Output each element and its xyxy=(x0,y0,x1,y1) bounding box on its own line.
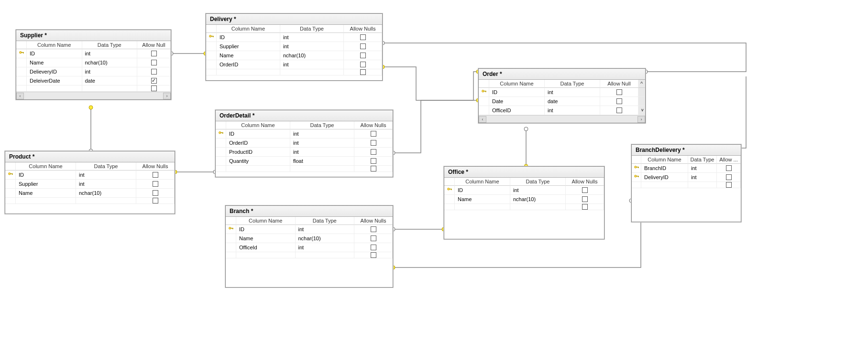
table-title: Supplier * xyxy=(16,30,171,41)
svg-rect-29 xyxy=(222,132,223,134)
er-diagram: Supplier * Column Name Data Type Allow N… xyxy=(0,0,868,342)
svg-point-12 xyxy=(524,127,528,131)
col-key-header xyxy=(16,41,27,49)
table-title: Office * xyxy=(444,167,604,178)
svg-rect-26 xyxy=(12,173,13,175)
key-icon xyxy=(632,173,641,182)
table-branchdelievery[interactable]: BranchDelievery * Column Name Data Type … xyxy=(631,144,741,222)
allow-null-checkbox[interactable] xyxy=(137,76,171,86)
key-icon xyxy=(479,88,489,97)
column-name[interactable]: ID xyxy=(27,49,82,58)
table-title: Product * xyxy=(5,151,175,162)
h-scrollbar[interactable]: ‹ › xyxy=(16,92,171,99)
column-name[interactable]: DeleiverDate xyxy=(27,76,82,86)
svg-rect-41 xyxy=(638,167,639,168)
column-type[interactable]: nchar(10) xyxy=(82,58,138,67)
scroll-right-icon[interactable]: › xyxy=(163,93,171,99)
column-type[interactable]: int xyxy=(82,49,138,58)
col-type-header: Data Type xyxy=(82,41,138,49)
svg-rect-23 xyxy=(213,36,214,37)
table-title: Branch * xyxy=(226,206,393,217)
svg-rect-44 xyxy=(638,176,639,177)
table-product[interactable]: Product * Column Name Data Type Allow Nu… xyxy=(5,151,175,214)
key-icon xyxy=(16,49,27,58)
table-title: OrderDetail * xyxy=(216,110,393,121)
svg-rect-38 xyxy=(232,228,233,229)
column-type[interactable]: date xyxy=(82,76,138,86)
vscroll-up-icon[interactable]: ^ xyxy=(638,80,645,88)
table-orderdetail[interactable]: OrderDetail * Column Name Data Type Allo… xyxy=(215,110,393,177)
table-order[interactable]: Order * Column Name Data Type Allow Null… xyxy=(478,68,646,123)
h-scrollbar[interactable]: ‹ › xyxy=(479,115,645,123)
svg-rect-35 xyxy=(451,189,452,190)
key-icon xyxy=(632,164,641,173)
vscroll-down-icon[interactable]: v xyxy=(638,106,645,115)
col-name-header: Column Name xyxy=(27,41,82,49)
column-type[interactable]: int xyxy=(82,67,138,76)
scroll-left-icon[interactable]: ‹ xyxy=(16,93,24,99)
table-title: Delivery * xyxy=(206,14,382,25)
key-icon xyxy=(444,186,455,195)
table-branch[interactable]: Branch * Column Name Data Type Allow Nul… xyxy=(225,205,393,288)
allow-null-checkbox[interactable] xyxy=(137,58,171,67)
table-title: Order * xyxy=(479,69,645,80)
svg-point-2 xyxy=(89,106,93,109)
table-title: BranchDelievery * xyxy=(632,145,741,156)
key-icon xyxy=(206,33,217,42)
allow-null-checkbox[interactable] xyxy=(137,67,171,76)
svg-rect-20 xyxy=(23,52,24,53)
key-icon xyxy=(5,171,16,180)
col-null-header: Allow Null xyxy=(137,41,171,49)
scroll-left-icon[interactable]: ‹ xyxy=(479,116,486,123)
column-name[interactable]: Name xyxy=(27,58,82,67)
svg-rect-32 xyxy=(485,91,486,92)
table-delivery[interactable]: Delivery * Column Name Data Type Allow N… xyxy=(206,13,383,81)
column-name[interactable]: DelieveryID xyxy=(27,67,82,76)
allow-null-checkbox[interactable] xyxy=(137,86,171,92)
key-icon xyxy=(216,129,226,139)
scroll-right-icon[interactable]: › xyxy=(637,116,645,123)
key-icon xyxy=(226,225,236,234)
table-office[interactable]: Office * Column Name Data Type Allow Nul… xyxy=(444,166,604,239)
table-supplier[interactable]: Supplier * Column Name Data Type Allow N… xyxy=(16,30,171,100)
allow-null-checkbox[interactable] xyxy=(137,49,171,58)
